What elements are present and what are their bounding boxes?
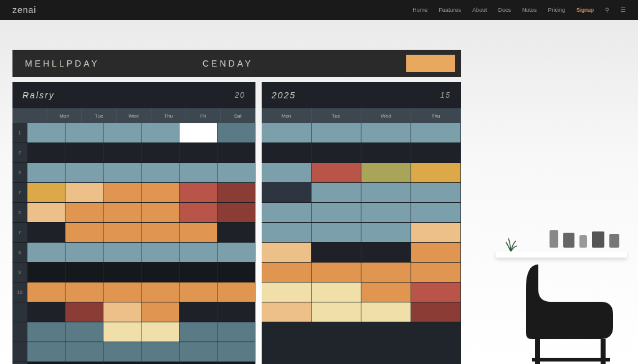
shelf-items xyxy=(550,230,619,248)
day-header: Mon xyxy=(47,108,82,123)
day-header: Tue xyxy=(82,108,117,123)
scene-wall: MEHLLPDAY CENDAY Ralsry 20 Mon Tue Wed T… xyxy=(0,20,638,364)
board-title-bar: MEHLLPDAY CENDAY xyxy=(12,50,461,77)
nav-item[interactable]: Docs xyxy=(498,7,511,13)
day-header: Wed xyxy=(361,108,411,123)
calendar-board: MEHLLPDAY CENDAY Ralsry 20 Mon Tue Wed T… xyxy=(12,50,461,364)
brand-logo[interactable]: zenai xyxy=(12,5,36,15)
panel-year: 20 xyxy=(235,91,245,100)
topbar: zenai Home Features About Docs Notes Pri… xyxy=(0,0,638,20)
search-icon[interactable]: ⚲ xyxy=(605,7,609,13)
svg-rect-2 xyxy=(532,358,610,362)
nav-cta[interactable]: Signup xyxy=(576,7,594,13)
board-title-2: CENDAY xyxy=(202,58,253,68)
day-header: Fri xyxy=(186,108,221,123)
shelf xyxy=(496,251,627,258)
panel-heading: Ralsry xyxy=(22,90,55,100)
board-title-1: MEHLLPDAY xyxy=(25,58,100,68)
days-row: Mon Tue Wed Thu Fri Sat xyxy=(12,108,255,123)
plant-decor xyxy=(503,235,518,252)
nav-item[interactable]: About xyxy=(472,7,487,13)
panel-year: 15 xyxy=(440,91,451,100)
calendar-grid-right[interactable] xyxy=(262,123,461,322)
nav-item[interactable]: Home xyxy=(412,7,427,13)
panel-header-right: 2025 15 xyxy=(262,82,461,108)
highlight-chip[interactable] xyxy=(406,55,455,72)
chair-decor xyxy=(520,258,626,364)
nav-item[interactable]: Pricing xyxy=(548,7,565,13)
day-header: Mon xyxy=(262,108,312,123)
nav-item[interactable]: Features xyxy=(439,7,461,13)
nav-item[interactable]: Notes xyxy=(522,7,537,13)
menu-icon[interactable]: ☰ xyxy=(621,7,626,13)
panel-header-left: Ralsry 20 xyxy=(12,82,255,108)
day-header: Thu xyxy=(411,108,461,123)
calendar-panel-left: Ralsry 20 Mon Tue Wed Thu Fri Sat 1 2 3 … xyxy=(12,82,255,364)
days-row: Mon Tue Wed Thu xyxy=(262,108,461,123)
calendar-panel-right: 2025 15 Mon Tue Wed Thu xyxy=(262,82,461,364)
day-header: Wed xyxy=(117,108,151,123)
top-nav: Home Features About Docs Notes Pricing S… xyxy=(412,7,626,13)
day-header: Sat xyxy=(221,108,255,123)
day-header: Thu xyxy=(151,108,186,123)
calendar-grid-left[interactable]: 1 2 3 7 5 7 8 9 10 xyxy=(12,123,255,364)
panel-heading: 2025 xyxy=(272,90,296,100)
day-header: Tue xyxy=(312,108,361,123)
